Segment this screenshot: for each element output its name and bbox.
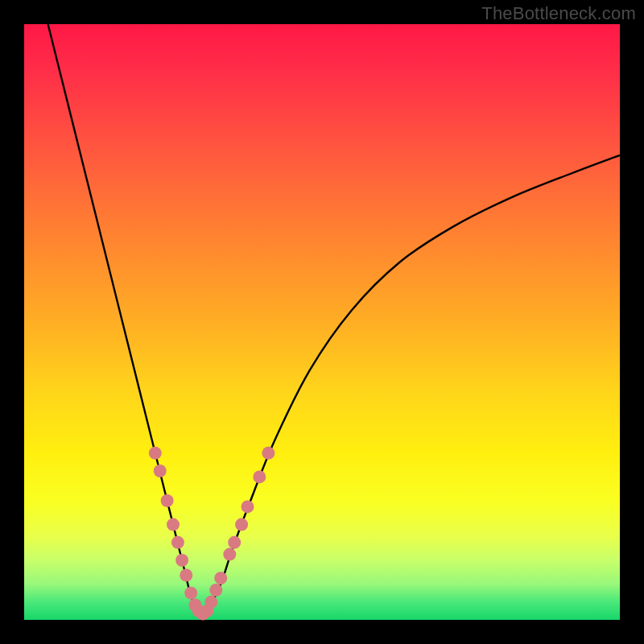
marker-dot xyxy=(228,536,241,549)
marker-dot xyxy=(204,596,217,609)
marker-dot xyxy=(242,500,254,513)
chart-svg xyxy=(24,24,620,620)
marker-dot xyxy=(167,518,180,531)
marker-group xyxy=(149,447,275,621)
watermark-label: TheBottleneck.com xyxy=(481,3,636,24)
marker-dot xyxy=(214,572,227,584)
marker-dot xyxy=(223,548,236,561)
chart-frame: TheBottleneck.com xyxy=(0,0,644,644)
curve-path xyxy=(48,24,620,614)
marker-dot xyxy=(262,447,275,460)
marker-dot xyxy=(235,518,248,531)
marker-dot xyxy=(253,470,266,483)
marker-dot xyxy=(171,536,184,549)
marker-dot xyxy=(175,554,188,567)
marker-dot xyxy=(209,584,222,597)
marker-dot xyxy=(180,569,192,582)
marker-dot xyxy=(154,464,167,477)
marker-dot xyxy=(161,494,174,507)
plot-area xyxy=(24,24,620,620)
marker-dot xyxy=(149,447,162,460)
marker-dot xyxy=(184,587,197,600)
